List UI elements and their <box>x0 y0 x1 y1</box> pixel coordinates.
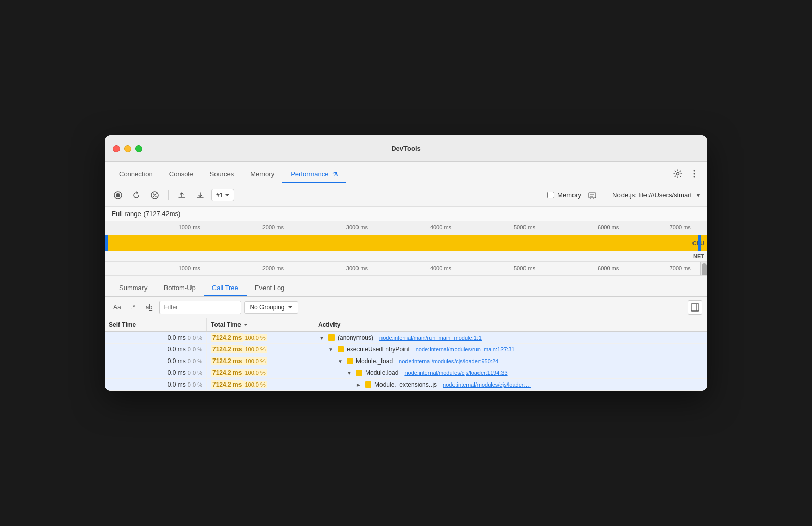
maximize-button[interactable] <box>135 145 142 152</box>
tick-2000: 2000 ms <box>262 224 284 230</box>
activity-link-3[interactable]: node:internal/modules/cjs/loader:1194:33 <box>404 370 507 376</box>
activity-name-4: Module._extensions..js <box>374 381 437 388</box>
cpu-bar: CPU <box>105 235 707 251</box>
tabbar: Connection Console Sources Memory Perfor… <box>105 162 707 183</box>
settings-icon[interactable] <box>673 169 683 179</box>
grouping-select[interactable]: No Grouping <box>244 301 298 314</box>
table-row: 0.0 ms 0.0 % 7124.2 ms 100.0 % ▼ execute… <box>105 344 707 355</box>
activity-name-3: Module.load <box>365 369 398 376</box>
close-button[interactable] <box>113 145 120 152</box>
profile-selector[interactable]: #1 <box>211 189 234 201</box>
tab-event-log[interactable]: Event Log <box>247 280 293 296</box>
th-activity: Activity <box>314 318 707 331</box>
scrollbar[interactable] <box>700 262 707 275</box>
net-label: NET <box>693 253 704 259</box>
table-row: 0.0 ms 0.0 % 7124.2 ms 100.0 % ▼ Module.… <box>105 367 707 379</box>
tab-memory[interactable]: Memory <box>242 166 282 183</box>
memory-checkbox-input[interactable] <box>547 192 554 198</box>
activity-icon-4 <box>365 381 371 388</box>
tab-sources[interactable]: Sources <box>201 166 242 183</box>
td-self-3: 0.0 ms 0.0 % <box>105 367 207 378</box>
td-activity-2: ▼ Module._load node:internal/modules/cjs… <box>314 355 707 367</box>
timeline-handle-left[interactable] <box>105 235 108 251</box>
activity-name-2: Module._load <box>356 357 393 365</box>
th-total-time[interactable]: Total Time <box>207 318 314 331</box>
table-header: Self Time Total Time Activity <box>105 318 707 332</box>
timeline-handle-right[interactable] <box>698 235 701 251</box>
td-activity-1: ▼ executeUserEntryPoint node:internal/mo… <box>314 344 707 355</box>
time-ruler-bottom: 1000 ms 2000 ms 3000 ms 4000 ms 5000 ms … <box>105 262 707 276</box>
memory-icon[interactable] <box>585 188 600 202</box>
filter-input[interactable] <box>159 301 241 314</box>
expand-icon-1[interactable]: ▼ <box>327 346 335 353</box>
tab-bottom-up[interactable]: Bottom-Up <box>156 280 204 296</box>
minimize-button[interactable] <box>124 145 131 152</box>
table-body: 0.0 ms 0.0 % 7124.2 ms 100.0 % ▼ (anonym… <box>105 332 707 391</box>
tab-call-tree[interactable]: Call Tree <box>204 280 247 296</box>
activity-icon-3 <box>356 370 362 376</box>
expand-icon-3[interactable]: ▼ <box>346 369 353 376</box>
table-row: 0.0 ms 0.0 % 7124.2 ms 100.0 % ▼ Module.… <box>105 355 707 367</box>
td-total-3: 7124.2 ms 100.0 % <box>207 367 314 378</box>
tab-connection[interactable]: Connection <box>111 166 161 183</box>
tab-performance[interactable]: Performance ⚗ <box>282 166 346 183</box>
tick-6000: 6000 ms <box>598 224 619 230</box>
grouping-label: No Grouping <box>250 304 284 311</box>
svg-point-1 <box>694 170 695 172</box>
record-button[interactable] <box>111 188 125 202</box>
td-self-1: 0.0 ms 0.0 % <box>105 344 207 355</box>
regex-toggle[interactable]: .* <box>128 301 139 314</box>
tick-1000: 1000 ms <box>179 224 200 230</box>
devtools-window: DevTools Connection Console Sources Memo… <box>105 135 707 391</box>
clear-button[interactable] <box>148 188 162 202</box>
time-ruler-top: 1000 ms 2000 ms 3000 ms 4000 ms 5000 ms … <box>105 221 707 235</box>
ruler-ticks: 1000 ms 2000 ms 3000 ms 4000 ms 5000 ms … <box>107 221 705 235</box>
profile-label: #1 <box>216 192 223 199</box>
case-toggle[interactable]: ab̲ <box>142 301 157 314</box>
bottom-tabbar: Summary Bottom-Up Call Tree Event Log <box>105 276 707 297</box>
download-button[interactable] <box>193 188 207 202</box>
tick-5000: 5000 ms <box>514 224 535 230</box>
flask-icon: ⚗ <box>332 171 338 178</box>
activity-link-2[interactable]: node:internal/modules/cjs/loader:950:24 <box>399 358 498 364</box>
timeline-area: 1000 ms 2000 ms 3000 ms 4000 ms 5000 ms … <box>105 221 707 276</box>
toolbar: #1 Memory Node.js: file:///Users/stmart … <box>105 183 707 207</box>
table-row: 0.0 ms 0.0 % 7124.2 ms 100.0 % ▼ (anonym… <box>105 332 707 344</box>
ruler-ticks-bottom: 1000 ms 2000 ms 3000 ms 4000 ms 5000 ms … <box>107 262 705 275</box>
td-total-4: 7124.2 ms 100.0 % <box>207 379 314 390</box>
tick-4000: 4000 ms <box>430 224 451 230</box>
panel-toggle-button[interactable] <box>688 300 702 315</box>
activity-link-4[interactable]: node:internal/modules/cjs/loader:… <box>443 381 531 388</box>
tab-summary[interactable]: Summary <box>111 280 156 296</box>
activity-icon-2 <box>347 358 353 364</box>
window-title: DevTools <box>391 145 421 152</box>
td-total-0: 7124.2 ms 100.0 % <box>207 332 314 343</box>
tab-console[interactable]: Console <box>161 166 202 183</box>
timeline-header: Full range (7127.42ms) <box>105 207 707 221</box>
tick-3000: 3000 ms <box>346 224 368 230</box>
upload-button[interactable] <box>175 188 189 202</box>
range-label: Full range (7127.42ms) <box>112 210 180 218</box>
scrollbar-thumb[interactable] <box>702 263 707 276</box>
svg-point-2 <box>694 173 695 175</box>
btick-6000: 6000 ms <box>598 265 619 271</box>
svg-rect-8 <box>691 304 699 311</box>
td-activity-0: ▼ (anonymous) node:internal/main/run_mai… <box>314 332 707 343</box>
refresh-button[interactable] <box>129 188 144 202</box>
td-total-1: 7124.2 ms 100.0 % <box>207 344 314 355</box>
activity-link-0[interactable]: node:internal/main/run_main_module:1:1 <box>379 334 482 341</box>
td-self-0: 0.0 ms 0.0 % <box>105 332 207 343</box>
activity-link-1[interactable]: node:internal/modules/run_main:127:31 <box>416 346 515 352</box>
btick-1000: 1000 ms <box>179 265 200 271</box>
td-activity-3: ▼ Module.load node:internal/modules/cjs/… <box>314 367 707 378</box>
tabbar-actions <box>673 169 699 179</box>
node-selector[interactable]: Node.js: file:///Users/stmart ▼ <box>612 191 701 199</box>
more-icon[interactable] <box>689 169 699 179</box>
aa-toggle[interactable]: Aa <box>110 301 125 314</box>
expand-icon-0[interactable]: ▼ <box>318 334 325 341</box>
btick-2000: 2000 ms <box>262 265 284 271</box>
expand-icon-2[interactable]: ▼ <box>337 357 344 365</box>
chevron-down-icon: ▼ <box>695 192 701 199</box>
expand-icon-4[interactable]: ► <box>355 381 362 388</box>
memory-checkbox[interactable]: Memory <box>547 191 581 199</box>
